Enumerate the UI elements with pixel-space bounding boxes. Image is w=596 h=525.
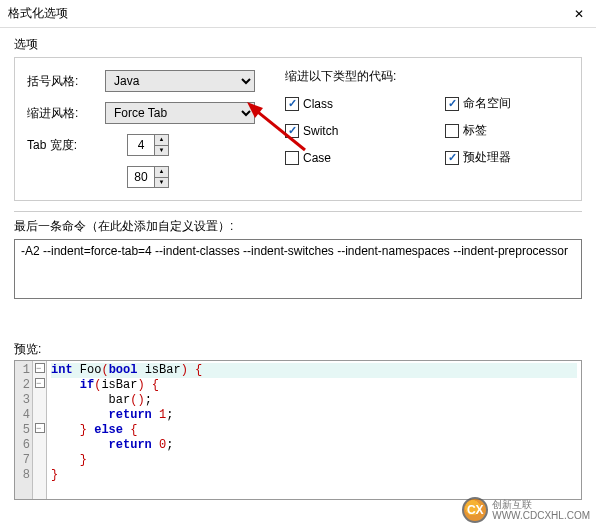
code-preview: 12345678 int Foo(bool isBar) { if(isBar)… — [14, 360, 582, 500]
titlebar: 格式化选项 ✕ — [0, 0, 596, 28]
code-area: int Foo(bool isBar) { if(isBar) { bar();… — [47, 361, 581, 499]
content: 选项 括号风格: Java 缩进风格: Force Tab Tab 宽度: ▲▼ — [0, 28, 596, 500]
separator — [14, 211, 582, 212]
indent-types-panel: 缩进以下类型的代码: Class 命名空间 Switch 标签 Case 预处理… — [285, 68, 565, 166]
check-class[interactable]: Class — [285, 95, 445, 112]
watermark-brand: 创新互联 — [492, 499, 590, 510]
bracket-style-select[interactable]: Java — [105, 70, 255, 92]
tab-width-down-icon[interactable]: ▼ — [155, 145, 169, 157]
width-up-icon[interactable]: ▲ — [155, 166, 169, 177]
watermark: CX 创新互联 WWW.CDCXHL.COM — [462, 497, 590, 523]
check-namespace[interactable]: 命名空间 — [445, 95, 565, 112]
indent-types-label: 缩进以下类型的代码: — [285, 68, 565, 85]
indent-style-label: 缩进风格: — [27, 105, 105, 122]
window-title: 格式化选项 — [8, 5, 68, 22]
checkbox-icon — [445, 151, 459, 165]
preview-label: 预览: — [14, 341, 582, 358]
indent-style-select[interactable]: Force Tab — [105, 102, 255, 124]
fold-gutter — [33, 361, 47, 499]
width-down-icon[interactable]: ▼ — [155, 177, 169, 189]
checkbox-icon — [285, 124, 299, 138]
checkbox-icon — [445, 97, 459, 111]
check-switch[interactable]: Switch — [285, 122, 445, 139]
options-label: 选项 — [14, 36, 582, 53]
check-label[interactable]: 标签 — [445, 122, 565, 139]
tab-width-stepper[interactable]: ▲▼ — [127, 134, 169, 156]
cmdline-label: 最后一条命令（在此处添加自定义设置）: — [14, 218, 582, 235]
tab-width-up-icon[interactable]: ▲ — [155, 134, 169, 145]
watermark-logo-icon: CX — [462, 497, 488, 523]
line-gutter: 12345678 — [15, 361, 33, 499]
width-input[interactable] — [127, 166, 155, 188]
cmdline-text[interactable]: -A2 --indent=force-tab=4 --indent-classe… — [14, 239, 582, 299]
tab-width-input[interactable] — [127, 134, 155, 156]
checkbox-icon — [285, 97, 299, 111]
close-icon[interactable]: ✕ — [570, 7, 588, 21]
checkbox-icon — [445, 124, 459, 138]
options-group: 括号风格: Java 缩进风格: Force Tab Tab 宽度: ▲▼ — [14, 57, 582, 201]
check-preproc[interactable]: 预处理器 — [445, 149, 565, 166]
checkbox-icon — [285, 151, 299, 165]
check-case[interactable]: Case — [285, 149, 445, 166]
watermark-url: WWW.CDCXHL.COM — [492, 510, 590, 521]
bracket-style-label: 括号风格: — [27, 73, 105, 90]
tab-width-label: Tab 宽度: — [27, 137, 105, 154]
width-stepper[interactable]: ▲▼ — [127, 166, 169, 188]
